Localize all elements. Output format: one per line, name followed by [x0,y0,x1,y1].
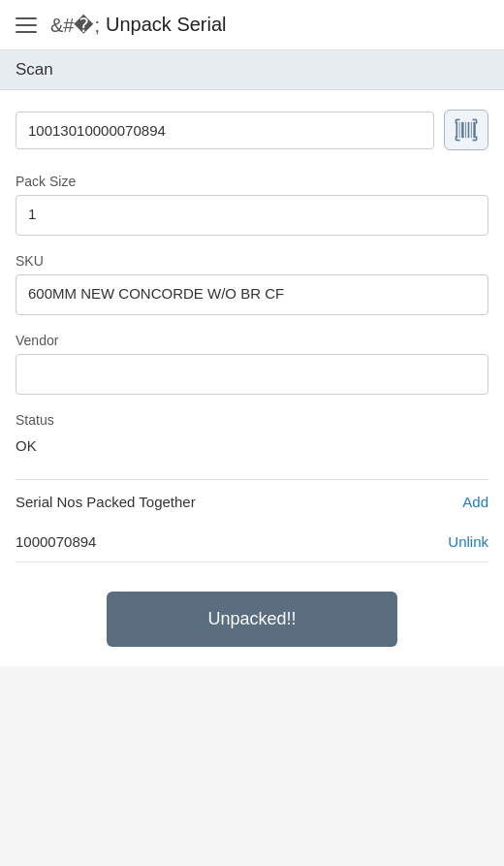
pack-size-label: Pack Size [16,174,488,189]
unlink-button[interactable]: Unlink [448,533,488,550]
svg-rect-1 [459,122,460,138]
hamburger-menu-icon[interactable] [16,17,37,33]
add-serial-button[interactable]: Add [462,494,488,510]
svg-rect-4 [468,122,470,138]
page-title: Unpack Serial [106,14,227,36]
vendor-label: Vendor [16,333,488,348]
pack-size-field: Pack Size 1 [16,174,488,236]
main-content: Pack Size 1 SKU 600MM NEW CONCORDE W/O B… [0,90,504,666]
status-section: Status OK [16,412,488,458]
serial-section-title: Serial Nos Packed Together [16,494,196,510]
app-header: &#�; Unpack Serial [0,0,504,50]
svg-rect-6 [473,122,475,138]
serial-number-value: 1000070894 [16,533,96,550]
svg-rect-0 [456,122,457,138]
barcode-icon [454,117,479,143]
back-button[interactable]: &#�; [50,14,100,37]
status-value: OK [16,433,488,458]
sku-label: SKU [16,253,488,269]
sku-value: 600MM NEW CONCORDE W/O BR CF [16,274,488,315]
barcode-scan-button[interactable] [444,110,488,150]
svg-rect-3 [465,122,466,138]
unpacked-button[interactable]: Unpacked!! [107,592,397,647]
table-row: 1000070894 Unlink [16,522,488,562]
serial-nos-section: Serial Nos Packed Together Add 100007089… [16,479,488,562]
pack-size-value: 1 [16,195,488,236]
svg-rect-5 [471,122,472,138]
sku-field: SKU 600MM NEW CONCORDE W/O BR CF [16,253,488,315]
serial-section-header: Serial Nos Packed Together Add [16,494,488,510]
svg-rect-2 [461,122,463,138]
vendor-field: Vendor [16,333,488,395]
vendor-value [16,354,488,395]
scan-section-header: Scan [0,50,504,90]
scan-input[interactable] [16,112,434,149]
scan-input-row [16,110,488,150]
scan-label: Scan [16,60,53,79]
status-label: Status [16,412,488,428]
